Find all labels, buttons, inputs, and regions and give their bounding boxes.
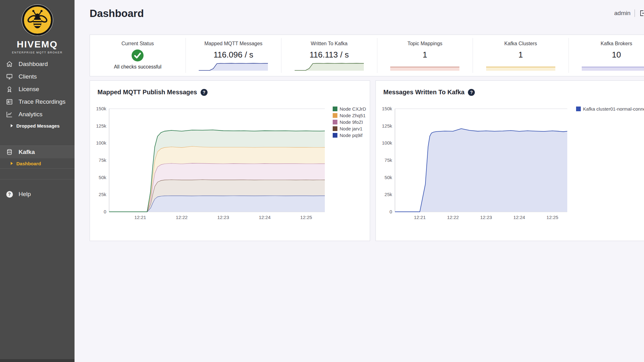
svg-text:100k: 100k xyxy=(382,140,392,145)
sidebar-item-label: License xyxy=(19,86,39,93)
status-card-kafka-clusters: Kafka Clusters 1 xyxy=(473,35,569,76)
area-chart: 025k50k75k100k125k150k12:2112:2212:2312:… xyxy=(376,98,644,222)
username: admin xyxy=(614,10,630,17)
sidebar-item-dashboard[interactable]: Dashboard xyxy=(0,58,75,70)
svg-text:100k: 100k xyxy=(96,140,106,145)
charts-row: Mapped MQTT Publish Messages ? 025k50k75… xyxy=(90,80,644,241)
svg-text:75k: 75k xyxy=(99,157,107,163)
svg-text:Node CXJrD: Node CXJrD xyxy=(340,106,366,112)
svg-text:12:23: 12:23 xyxy=(217,215,229,220)
svg-text:50k: 50k xyxy=(99,175,107,180)
status-card-caption: All checks successful xyxy=(114,64,161,70)
panel-messages-written-to-kafka: Messages Written To Kafka ? 025k50k75k10… xyxy=(375,80,644,241)
status-card-value: 1 xyxy=(423,50,427,60)
sidebar-subitem-label: Dropped Messages xyxy=(16,123,60,129)
status-card-value: 116.113 / s xyxy=(309,50,349,60)
panel-title-row: Mapped MQTT Publish Messages ? xyxy=(90,81,370,96)
sidebar: HIVEMQ ENTERPRISE MQTT BROKER Dashboard … xyxy=(0,0,75,362)
svg-text:150k: 150k xyxy=(96,106,106,111)
sidebar-nav: Dashboard Clients License Trace Recordin… xyxy=(0,58,75,200)
page-header: Dashboard admin xyxy=(75,0,644,35)
page-title: Dashboard xyxy=(75,0,644,19)
main-content: Dashboard admin Current Status All check… xyxy=(75,0,644,362)
sidebar-divider xyxy=(0,168,75,169)
home-icon xyxy=(6,61,13,68)
sidebar-item-kafka-dashboard[interactable]: Dashboard xyxy=(0,158,75,168)
sidebar-footer xyxy=(0,359,75,362)
svg-text:12:23: 12:23 xyxy=(480,215,492,220)
panel-mapped-mqtt-publish-messages: Mapped MQTT Publish Messages ? 025k50k75… xyxy=(90,80,370,241)
sidebar-item-analytics[interactable]: Analytics xyxy=(0,108,75,121)
sidebar-item-help[interactable]: ? Help xyxy=(0,188,75,200)
chevron-right-icon xyxy=(11,124,13,127)
svg-text:12:25: 12:25 xyxy=(547,215,558,220)
sidebar-item-dropped-messages[interactable]: Dropped Messages xyxy=(0,121,75,131)
sidebar-item-kafka[interactable]: Kafka xyxy=(0,146,75,158)
status-card-topic-mappings: Topic Mappings 1 xyxy=(377,35,473,76)
award-icon xyxy=(6,86,13,93)
status-card-title: Written To Kafka xyxy=(311,41,347,47)
status-card-current-status: Current Status All checks successful xyxy=(90,35,186,76)
sidebar-item-label: Dashboard xyxy=(19,61,48,68)
svg-text:12:21: 12:21 xyxy=(134,215,146,220)
check-circle-icon xyxy=(131,49,144,62)
status-card-title: Mapped MQTT Messages xyxy=(204,41,263,47)
svg-text:12:25: 12:25 xyxy=(300,215,312,220)
svg-text:25k: 25k xyxy=(99,192,107,197)
svg-text:Node pq9if: Node pq9if xyxy=(340,133,363,138)
sparkline-chart xyxy=(582,61,644,71)
database-icon xyxy=(6,149,13,156)
svg-text:0: 0 xyxy=(390,209,392,214)
panel-title-row: Messages Written To Kafka ? xyxy=(376,81,644,96)
monitor-icon xyxy=(6,73,13,80)
svg-text:75k: 75k xyxy=(385,157,392,163)
chart-title: Mapped MQTT Publish Messages xyxy=(97,89,197,96)
divider xyxy=(635,9,635,17)
svg-text:12:24: 12:24 xyxy=(259,215,271,220)
sidebar-subitem-label: Dashboard xyxy=(16,161,41,166)
sidebar-item-trace-recordings[interactable]: Trace Recordings xyxy=(0,96,75,108)
svg-text:125k: 125k xyxy=(382,123,392,129)
id-card-icon xyxy=(6,98,13,105)
logout-icon[interactable] xyxy=(639,9,644,17)
sidebar-divider xyxy=(0,179,75,179)
status-card-kafka-brokers: Kafka Brokers 10 xyxy=(569,35,644,76)
help-icon: ? xyxy=(6,191,13,198)
help-icon[interactable]: ? xyxy=(201,89,208,96)
svg-text:12:24: 12:24 xyxy=(513,215,525,220)
status-card-value: 10 xyxy=(612,50,621,60)
status-card-written-to-kafka: Written To Kafka 116.113 / s xyxy=(281,35,377,76)
hivemq-logo: HIVEMQ ENTERPRISE MQTT BROKER xyxy=(0,0,75,54)
stacked-area-chart: 025k50k75k100k125k150k12:2112:2212:2312:… xyxy=(90,98,370,222)
sidebar-item-label: Trace Recordings xyxy=(19,98,65,105)
sidebar-item-label: Clients xyxy=(19,73,37,80)
svg-text:12:22: 12:22 xyxy=(447,215,459,220)
svg-text:0: 0 xyxy=(104,209,106,214)
status-card-mapped-mqtt-messages: Mapped MQTT Messages 116.096 / s xyxy=(186,35,281,76)
sparkline-chart xyxy=(486,61,555,71)
sidebar-item-license[interactable]: License xyxy=(0,83,75,96)
svg-text:12:22: 12:22 xyxy=(176,215,188,220)
svg-text:Node Zhq51: Node Zhq51 xyxy=(340,113,366,118)
app-tagline: ENTERPRISE MQTT BROKER xyxy=(0,51,75,54)
svg-text:150k: 150k xyxy=(382,106,392,111)
app-name: HIVEMQ xyxy=(0,39,75,50)
sidebar-item-clients[interactable]: Clients xyxy=(0,70,75,83)
status-card-title: Topic Mappings xyxy=(408,41,442,47)
help-icon[interactable]: ? xyxy=(468,89,475,96)
user-area: admin xyxy=(614,9,644,17)
svg-text:Node jarv1: Node jarv1 xyxy=(340,126,363,131)
svg-text:125k: 125k xyxy=(96,123,106,129)
sparkline-chart xyxy=(199,61,268,71)
svg-text:12:21: 12:21 xyxy=(414,215,426,220)
status-card-value: 116.096 / s xyxy=(214,50,253,60)
sidebar-item-label: Kafka xyxy=(19,149,35,156)
status-card-title: Current Status xyxy=(121,41,154,47)
status-bar: Current Status All checks successful Map… xyxy=(90,35,644,76)
sparkline-chart xyxy=(295,61,364,71)
sidebar-item-label: Analytics xyxy=(19,111,42,118)
svg-text:50k: 50k xyxy=(385,175,392,180)
chart-line-icon xyxy=(6,111,13,118)
bee-logo-icon xyxy=(21,4,54,36)
status-card-value: 1 xyxy=(519,50,523,60)
